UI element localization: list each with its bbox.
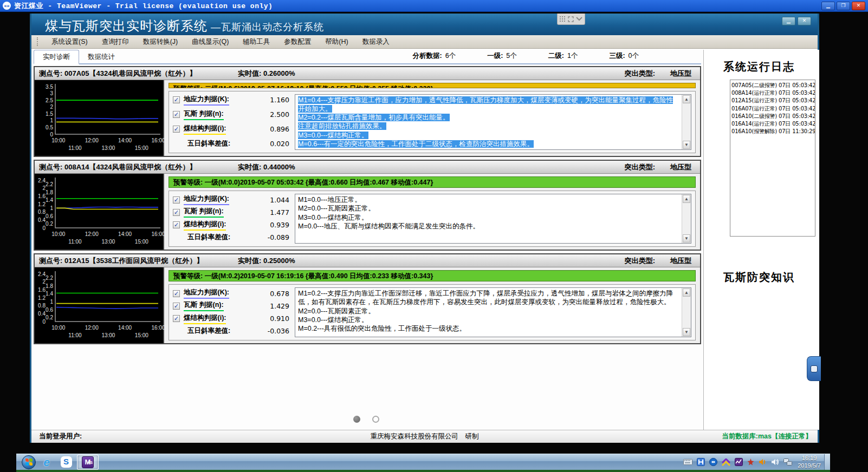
svg-text:10:00: 10:00 <box>51 137 65 143</box>
h-app-icon[interactable] <box>697 458 705 466</box>
scroll-up-icon[interactable]: ▲ <box>683 289 690 297</box>
scrollbar[interactable]: ▲▼ <box>682 288 691 337</box>
teamviewer-remote-toolbar[interactable] <box>557 14 585 25</box>
svg-text:1.6: 1.6 <box>38 287 46 293</box>
svg-text:13:00: 13:00 <box>101 145 115 151</box>
criterion-gas: ✓瓦斯 判据(n):1.429 <box>173 300 289 311</box>
svg-text:1.5: 1.5 <box>46 111 53 117</box>
coal-structure-checkbox[interactable]: ✓ <box>173 315 180 322</box>
criteria-detail-box: ✓地应力判据(K):1.160 ✓瓦斯 判据(n):2.500 ✓煤结构判据(i… <box>169 91 696 154</box>
coal-structure-checkbox[interactable]: ✓ <box>173 221 180 228</box>
trend-chart: 00.511.522.533.510:0011:0012:0013:0014:0… <box>35 80 164 156</box>
analysis-textarea[interactable]: M1=0.4---支撑压力靠近工作面，应力增加，透气性降低，瓦斯压力梯度加大，煤… <box>295 94 691 150</box>
system-log-list[interactable]: 007A05(二级报警) 07日 05:03:42 008A14(运行正常) 0… <box>730 80 815 237</box>
scroll-down-icon[interactable]: ▼ <box>683 328 690 336</box>
analysis-textarea[interactable]: M1=0.0---地压正常。 M2=0.0---瓦斯因素正常。 M3=0.0--… <box>295 194 691 244</box>
speaker-icon[interactable] <box>771 458 779 466</box>
teamviewer-titlebar: «» 资江煤业 - TeamViewer - Trial license (ev… <box>0 0 868 12</box>
teamviewer-panel-grip[interactable] <box>807 356 821 381</box>
svg-text:11:00: 11:00 <box>68 145 82 151</box>
scroll-down-icon[interactable]: ▼ <box>683 141 690 149</box>
svg-text:3.5: 3.5 <box>46 84 53 90</box>
desktop-edge-strip <box>16 470 830 472</box>
monitor-app-icon[interactable] <box>735 458 743 466</box>
tab-realtime-diagnosis[interactable]: 实时诊断 <box>34 50 79 64</box>
teamviewer-icon[interactable] <box>709 458 717 466</box>
tab-data-statistics[interactable]: 数据统计 <box>79 50 124 63</box>
point-id-label: 测点号: 007A05【4324机巷回风流甲烷（红外）】 <box>35 69 238 78</box>
menu-data-entry[interactable]: 数据录入 <box>355 36 397 48</box>
svg-text:15:00: 15:00 <box>135 239 148 245</box>
log-entry: 016A07(运行正常) 07日 05:03:42 <box>731 105 814 113</box>
app-window: 煤与瓦斯突出实时诊断系统 —瓦斯涌出动态分析系统 ▁ ✕ 系统设置(S) 查询打… <box>30 14 819 443</box>
chevron-up-icon[interactable] <box>722 458 730 466</box>
analysis-textarea[interactable]: M1=0.2---支撑压力向靠近工作面深部迁移，靠近工作面应力下降，煤层承受拉应… <box>295 287 691 337</box>
menu-data-convert[interactable]: 数据转换(J) <box>136 36 185 48</box>
svg-text:2.2: 2.2 <box>46 275 53 281</box>
tv-restore-button[interactable]: ❐ <box>837 2 850 10</box>
menu-param-config[interactable]: 参数配置 <box>277 36 318 48</box>
menu-aux-tools[interactable]: 辅助工具 <box>236 36 277 48</box>
teamviewer-title: 资江煤业 - TeamViewer - Trial license (evalu… <box>14 1 273 11</box>
geostress-checkbox[interactable]: ✓ <box>173 96 180 103</box>
taskbar-clock[interactable]: 16:19 2019/5/7 <box>798 455 821 470</box>
gas-checkbox[interactable]: ✓ <box>173 303 180 310</box>
red-alert-icon[interactable] <box>747 458 754 466</box>
summary-level3: 三级:0个 <box>609 51 639 61</box>
criteria-detail-box: ✓地应力判据(K):1.044 ✓瓦斯 判据(n):1.477 ✓煤结构判据(i… <box>169 191 696 247</box>
svg-text:0.6: 0.6 <box>46 213 53 219</box>
svg-text:0.6: 0.6 <box>46 307 53 313</box>
gas-checkbox[interactable]: ✓ <box>173 111 180 118</box>
svg-text:1.6: 1.6 <box>38 193 46 199</box>
gas-checkbox[interactable]: ✓ <box>173 209 180 216</box>
menu-curve-display[interactable]: 曲线显示(Q) <box>185 36 236 48</box>
svg-text:0.8: 0.8 <box>38 303 46 309</box>
svg-text:15:00: 15:00 <box>135 145 148 151</box>
app-minimize-button[interactable]: ▁ <box>782 17 795 25</box>
windows-taskbar: e S MAS 16:19 2019/5/7 <box>16 454 830 470</box>
svg-text:1.4: 1.4 <box>46 197 53 203</box>
svg-text:2.4: 2.4 <box>38 178 46 183</box>
taskbar-s-app-icon[interactable]: S <box>57 455 75 470</box>
realtime-value-label: 实时值: 0.44000% <box>238 162 295 172</box>
scroll-up-icon[interactable]: ▲ <box>683 95 690 103</box>
network-icon[interactable] <box>783 458 792 466</box>
taskbar-ie-icon[interactable]: e <box>38 455 55 470</box>
svg-text:0.2: 0.2 <box>46 221 53 227</box>
svg-text:10:00: 10:00 <box>51 231 65 237</box>
scroll-up-icon[interactable]: ▲ <box>683 195 690 203</box>
scrollbar[interactable]: ▲▼ <box>682 95 691 150</box>
tab-row: 实时诊断 数据统计 分析数据:6个 一级:5个 二级:1个 三级:0个 <box>34 50 701 64</box>
coal-structure-checkbox[interactable]: ✓ <box>173 126 180 133</box>
chevron-down-icon <box>576 17 582 21</box>
criteria-detail-box: ✓地应力判据(K):0.678 ✓瓦斯 判据(n):1.429 ✓煤结构判据(i… <box>169 284 696 340</box>
taskbar-mas-app-button[interactable]: MAS <box>77 455 99 470</box>
svg-text:1.8: 1.8 <box>46 283 53 289</box>
app-close-button[interactable]: ✕ <box>798 17 811 25</box>
menu-query-print[interactable]: 查询打印 <box>95 36 136 48</box>
page-dot[interactable] <box>372 416 379 423</box>
menu-help[interactable]: 帮助(H) <box>318 36 355 48</box>
point-id-label: 测点号: 012A15【3538工作面回风流甲烷（红外）】 <box>35 256 238 266</box>
svg-text:13:00: 13:00 <box>101 239 115 245</box>
svg-text:2.4: 2.4 <box>38 271 46 277</box>
realtime-value-label: 实时值: 0.25000% <box>238 256 295 266</box>
keyboard-icon[interactable] <box>683 459 692 465</box>
start-button[interactable] <box>22 455 36 469</box>
tv-close-button[interactable]: ✕ <box>852 2 865 10</box>
svg-text:14:00: 14:00 <box>118 325 132 331</box>
geostress-checkbox[interactable]: ✓ <box>173 196 180 204</box>
svg-text:16:00: 16:00 <box>152 231 164 237</box>
gas-knowledge-title: 瓦斯防突知识 <box>723 270 819 285</box>
page-dot-active[interactable] <box>353 416 360 423</box>
horn-icon[interactable] <box>759 458 767 466</box>
scrollbar[interactable]: ▲▼ <box>682 194 691 243</box>
teamviewer-logo-icon: «» <box>3 2 11 10</box>
scroll-down-icon[interactable]: ▼ <box>683 234 690 242</box>
app-title: 煤与瓦斯突出实时诊断系统 <box>45 17 208 35</box>
tv-minimize-button[interactable]: ▁ <box>821 2 835 10</box>
geostress-checkbox[interactable]: ✓ <box>173 290 180 297</box>
summary-level2: 二级:1个 <box>548 51 578 61</box>
show-desktop-button[interactable] <box>824 454 830 470</box>
menu-system-settings[interactable]: 系统设置(S) <box>44 36 95 48</box>
